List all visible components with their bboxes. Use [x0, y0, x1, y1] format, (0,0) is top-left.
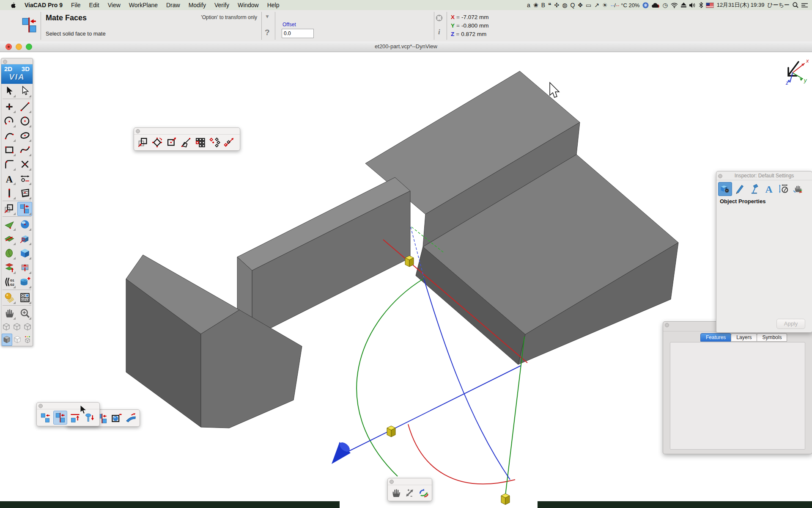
- palette-tool-cursor-white[interactable]: [18, 85, 32, 98]
- dropbox-icon[interactable]: ✥: [578, 0, 583, 10]
- solids-tool-sphere-frame[interactable]: [110, 412, 123, 425]
- menu-draw[interactable]: Draw: [162, 2, 184, 8]
- view-tool-orbit[interactable]: [417, 486, 430, 500]
- transform-tool-mirror[interactable]: [179, 136, 192, 149]
- palette-tool-curve[interactable]: [2, 129, 16, 142]
- eject-icon[interactable]: [681, 3, 686, 8]
- close-icon[interactable]: [665, 323, 669, 327]
- gizmo-handle-end[interactable]: [501, 494, 510, 505]
- tab-2d[interactable]: 2D: [4, 65, 12, 72]
- quark-icon[interactable]: Q: [570, 0, 575, 10]
- menu-file[interactable]: File: [67, 2, 85, 8]
- palette-tool-ellipse[interactable]: [18, 129, 32, 142]
- menu-edit[interactable]: Edit: [85, 2, 104, 8]
- solids-tool-align-pair[interactable]: [39, 411, 52, 424]
- palette-tool-dimension[interactable]: [18, 172, 32, 185]
- gizmo-z-axis[interactable]: [341, 366, 521, 455]
- menu-list-icon[interactable]: [801, 3, 808, 8]
- sun-cloud-icon[interactable]: ☀: [602, 0, 608, 10]
- snap-target-icon[interactable]: [436, 14, 443, 22]
- tab-3d[interactable]: 3D: [22, 65, 30, 72]
- palette-tool-g1g2[interactable]: G1G2: [2, 276, 16, 289]
- globe-icon[interactable]: ◍: [562, 0, 567, 10]
- palette-tool-render-sphere[interactable]: [2, 291, 16, 304]
- gizmo-handle-mid[interactable]: [387, 426, 395, 437]
- close-icon[interactable]: [390, 480, 394, 484]
- view-toolbar-title[interactable]: [388, 478, 432, 485]
- tab-layers[interactable]: Layers: [731, 333, 757, 342]
- photos-icon[interactable]: ❀: [533, 0, 538, 10]
- gizmo-handle-origin[interactable]: [405, 256, 414, 267]
- bee-icon[interactable]: B: [541, 0, 545, 10]
- paw-icon[interactable]: ✣: [554, 0, 560, 10]
- info-icon[interactable]: i: [438, 28, 440, 36]
- menu-view[interactable]: View: [104, 2, 125, 8]
- part-face[interactable]: [201, 310, 302, 428]
- solids-tool-mate[interactable]: [53, 411, 67, 425]
- palette-tool-extrude[interactable]: [18, 232, 32, 246]
- palette-tool-segment[interactable]: [2, 187, 16, 200]
- solids-toolbar-title[interactable]: [37, 403, 99, 409]
- apply-button[interactable]: Apply: [776, 319, 805, 329]
- palette-tool-point[interactable]: [2, 100, 16, 113]
- inspector-tab-insp-move[interactable]: [791, 182, 804, 195]
- app-menu[interactable]: ViaCAD Pro 9: [20, 0, 67, 10]
- menubar-clock[interactable]: 12月31日(木) 19:39: [717, 1, 765, 9]
- adobe-icon[interactable]: a: [527, 0, 530, 10]
- weather-readout[interactable]: --/-- °C 20%: [611, 2, 640, 8]
- palette-tool-trim[interactable]: [18, 158, 32, 171]
- palette-tool-cube-render[interactable]: [23, 334, 33, 345]
- transform-tool-array-polar[interactable]: [208, 136, 221, 149]
- menu-modify[interactable]: Modify: [184, 2, 210, 8]
- view-tool-hand[interactable]: [390, 486, 402, 500]
- inspector-tab-insp-text[interactable]: A: [762, 182, 775, 195]
- apple-menu[interactable]: [6, 2, 20, 8]
- palette-tool-push-layers[interactable]: [18, 261, 32, 274]
- palette-tool-rect[interactable]: [2, 144, 16, 157]
- inspector-tab-insp-pen[interactable]: [733, 182, 746, 195]
- palette-tool-hatch[interactable]: [18, 187, 32, 200]
- palette-tool-mate[interactable]: [17, 202, 32, 216]
- palette-tool-cube-wire[interactable]: [22, 321, 32, 333]
- palette-tool-cursor-black[interactable]: [2, 85, 16, 98]
- palette-tool-hand[interactable]: [2, 307, 16, 320]
- gizmo-y-rotation-arc[interactable]: [357, 279, 424, 476]
- palette-tool-cyl-boolean[interactable]: [18, 276, 32, 289]
- inspector-tab-insp-obj[interactable]: [718, 182, 732, 196]
- palette-title-bar[interactable]: [1, 58, 33, 64]
- palette-tool-cube[interactable]: [18, 247, 32, 260]
- transform-tool-move-copy[interactable]: [136, 136, 149, 149]
- palette-tool-cube-shaded[interactable]: [2, 334, 12, 346]
- palette-tool-zoom[interactable]: [18, 307, 32, 320]
- share-icon[interactable]: ↗: [594, 0, 599, 10]
- palette-tool-cube-white[interactable]: [13, 334, 22, 345]
- time-machine-icon[interactable]: ◷: [662, 0, 667, 10]
- inspector-title-bar[interactable]: Inspector: Default Settings: [716, 171, 812, 180]
- wifi-icon[interactable]: [671, 3, 678, 8]
- gizmo-z-cone[interactable]: [332, 441, 351, 464]
- view-tool-zoom-arrows[interactable]: [403, 486, 416, 500]
- fan-icon[interactable]: ✻: [642, 2, 649, 8]
- us-flag-icon[interactable]: [706, 3, 714, 8]
- palette-tool-loft[interactable]: [2, 261, 16, 274]
- menu-verify[interactable]: Verify: [210, 2, 233, 8]
- cloud-home-icon[interactable]: [652, 3, 659, 8]
- transform-tool-array-grid[interactable]: [194, 136, 207, 149]
- document-title-bar[interactable]: et200-part.vcp*--DynView: [0, 41, 812, 52]
- gizmo-x-rotation-arc[interactable]: [408, 424, 515, 484]
- palette-tool-fillet[interactable]: [2, 158, 16, 171]
- display-icon[interactable]: ▭: [586, 0, 591, 10]
- palette-tool-plane-arrow[interactable]: [2, 232, 16, 246]
- transform-tool-array-path[interactable]: [222, 136, 236, 149]
- close-icon[interactable]: [136, 129, 140, 133]
- palette-tool-transform[interactable]: [2, 202, 16, 215]
- fast-user-switch[interactable]: ひーちー: [767, 1, 790, 9]
- palette-tool-line[interactable]: [18, 100, 32, 113]
- palette-tool-sphere[interactable]: [18, 218, 32, 231]
- palette-tool-cube-wire[interactable]: [12, 321, 22, 333]
- inspector-tab-insp-lamp[interactable]: [748, 182, 761, 195]
- transform-tool-rotate[interactable]: [151, 136, 164, 149]
- palette-tool-leaf[interactable]: [2, 247, 16, 260]
- menu-help[interactable]: Help: [263, 2, 284, 8]
- solids-tool-wedge[interactable]: [124, 412, 137, 425]
